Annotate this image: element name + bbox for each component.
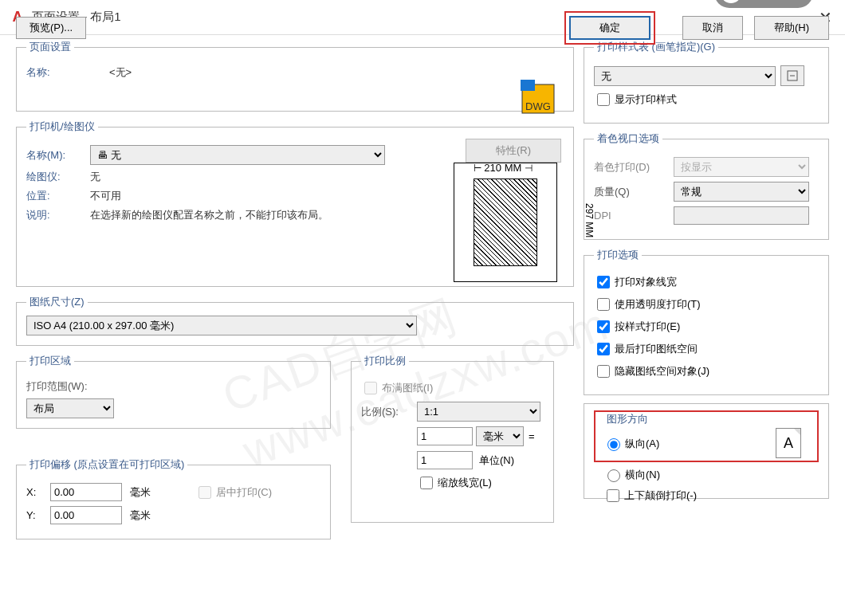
print-options-legend: 打印选项 xyxy=(594,248,642,262)
plotter-label: 绘图仪: xyxy=(26,170,90,184)
print-area-legend: 打印区域 xyxy=(26,354,74,368)
portrait-radio[interactable] xyxy=(607,438,620,451)
print-area-group: 打印区域 打印范围(W): 布局 xyxy=(16,354,331,429)
print-offset-legend: 打印偏移 (原点设置在可打印区域) xyxy=(26,457,187,472)
ok-highlight: 确定 xyxy=(564,11,655,45)
opt-transparency-label: 使用透明度打印(T) xyxy=(615,297,701,312)
equals-label: = xyxy=(529,430,535,442)
print-range-label: 打印范围(W): xyxy=(26,379,88,394)
center-label: 居中打印(C) xyxy=(216,485,272,500)
print-offset-group: 打印偏移 (原点设置在可打印区域) X: 毫米 居中打印(C) Y: 毫米 xyxy=(16,457,331,539)
print-range-select[interactable]: 布局 xyxy=(26,398,114,418)
orientation-icon: A xyxy=(776,428,801,458)
x-unit: 毫米 xyxy=(130,485,151,500)
help-button[interactable]: 帮助(H) xyxy=(754,16,829,40)
desc-label: 说明: xyxy=(26,208,90,222)
x-input[interactable] xyxy=(50,483,122,501)
opt-paperspace-checkbox[interactable] xyxy=(597,343,610,355)
opt-lineweight-checkbox[interactable] xyxy=(597,276,610,288)
x-label: X: xyxy=(26,486,50,498)
style-edit-button[interactable] xyxy=(780,65,804,86)
orientation-legend: 图形方向 xyxy=(603,412,809,426)
dpi-input xyxy=(674,206,809,225)
style-table-select[interactable]: 无 xyxy=(594,66,776,86)
properties-button[interactable]: 特性(R) xyxy=(466,139,561,163)
quality-label: 质量(Q) xyxy=(594,185,674,199)
name-label: 名称: xyxy=(26,65,90,80)
style-table-group: 打印样式表 (画笔指定)(G) 无 显示打印样式 xyxy=(584,40,829,124)
upside-checkbox[interactable] xyxy=(607,489,619,502)
center-checkbox xyxy=(198,486,211,499)
viewport-legend: 着色视口选项 xyxy=(594,131,662,146)
ok-button[interactable]: 确定 xyxy=(569,16,650,40)
landscape-radio[interactable] xyxy=(607,469,620,482)
dwg-icon: DWG xyxy=(519,78,557,116)
opt-hide-checkbox[interactable] xyxy=(597,365,610,378)
desc-value: 在选择新的绘图仪配置名称之前，不能打印该布局。 xyxy=(90,208,377,222)
printer-legend: 打印机/绘图仪 xyxy=(26,120,98,134)
wechat-icon xyxy=(721,0,741,3)
plotter-value: 无 xyxy=(90,170,100,184)
printer-select[interactable]: 🖶 无 xyxy=(90,145,385,165)
where-value: 不可用 xyxy=(90,189,121,203)
scale-lineweight-checkbox[interactable] xyxy=(420,477,433,489)
show-styles-label: 显示打印样式 xyxy=(615,92,677,107)
edit-icon xyxy=(786,69,799,82)
opt-bystyle-checkbox[interactable] xyxy=(597,320,610,333)
paper-size-group: 图纸尺寸(Z) ISO A4 (210.00 x 297.00 毫米) xyxy=(16,295,574,346)
opt-paperspace-label: 最后打印图纸空间 xyxy=(615,342,698,356)
paper-width-label: ⊢ 210 MM ⊣ xyxy=(474,162,533,174)
portrait-label: 纵向(A) xyxy=(625,437,659,451)
fit-to-paper-label: 布满图纸(I) xyxy=(382,381,433,395)
paper-preview: ⊢ 210 MM ⊣ 297 MM xyxy=(454,163,557,282)
show-styles-checkbox[interactable] xyxy=(597,93,610,106)
paper-size-legend: 图纸尺寸(Z) xyxy=(26,295,88,309)
cancel-button[interactable]: 取消 xyxy=(682,16,743,40)
opt-hide-label: 隐藏图纸空间对象(J) xyxy=(615,364,709,379)
scale-lineweight-label: 缩放线宽(L) xyxy=(438,476,492,490)
print-scale-legend: 打印比例 xyxy=(361,354,409,368)
viewport-group: 着色视口选项 着色打印(D) 按显示 质量(Q) 常规 DPI xyxy=(584,131,829,240)
paper-size-select[interactable]: ISO A4 (210.00 x 297.00 毫米) xyxy=(26,316,417,335)
orientation-group: 图形方向 纵向(A) 横向(N) 上下颠倒打印(-) A xyxy=(584,403,829,499)
opt-lineweight-label: 打印对象线宽 xyxy=(615,275,677,289)
scale-select[interactable]: 1:1 xyxy=(417,402,540,422)
upside-label: 上下颠倒打印(-) xyxy=(624,488,697,503)
shade-label: 着色打印(D) xyxy=(594,160,674,175)
opt-transparency-checkbox[interactable] xyxy=(597,298,610,311)
scale-label: 比例(S): xyxy=(361,405,417,419)
quality-select[interactable]: 常规 xyxy=(674,182,809,202)
dpi-label: DPI xyxy=(594,210,674,222)
y-unit: 毫米 xyxy=(130,508,151,523)
scale-units-input[interactable] xyxy=(417,451,473,469)
landscape-label: 横向(N) xyxy=(625,468,660,482)
print-options-group: 打印选项 打印对象线宽 使用透明度打印(T) 按样式打印(E) 最后打印图纸空间… xyxy=(584,248,829,395)
printer-name-label: 名称(M): xyxy=(26,148,90,163)
opt-bystyle-label: 按样式打印(E) xyxy=(615,320,680,334)
y-label: Y: xyxy=(26,509,50,521)
name-value: <无> xyxy=(109,65,132,80)
page-setup-group: 页面设置 名称: <无> DWG xyxy=(16,40,574,112)
preview-button[interactable]: 预览(P)... xyxy=(16,17,86,39)
where-label: 位置: xyxy=(26,189,90,203)
shade-select: 按显示 xyxy=(674,157,809,177)
printer-group: 打印机/绘图仪 名称(M): 🖶 无 document.querySelecto… xyxy=(16,120,574,287)
scale-mm-input[interactable] xyxy=(417,427,473,445)
svg-text:DWG: DWG xyxy=(525,100,551,112)
y-input[interactable] xyxy=(50,506,122,524)
wechat-badge: CAD自学网 xyxy=(714,0,813,8)
fit-to-paper-checkbox xyxy=(364,382,377,394)
svg-rect-1 xyxy=(521,80,535,91)
scale-units-label: 单位(N) xyxy=(479,453,514,468)
scale-unit-select[interactable]: 毫米 xyxy=(476,426,524,446)
print-scale-group: 打印比例 布满图纸(I) 比例(S): 1:1 毫米 = xyxy=(351,354,554,523)
